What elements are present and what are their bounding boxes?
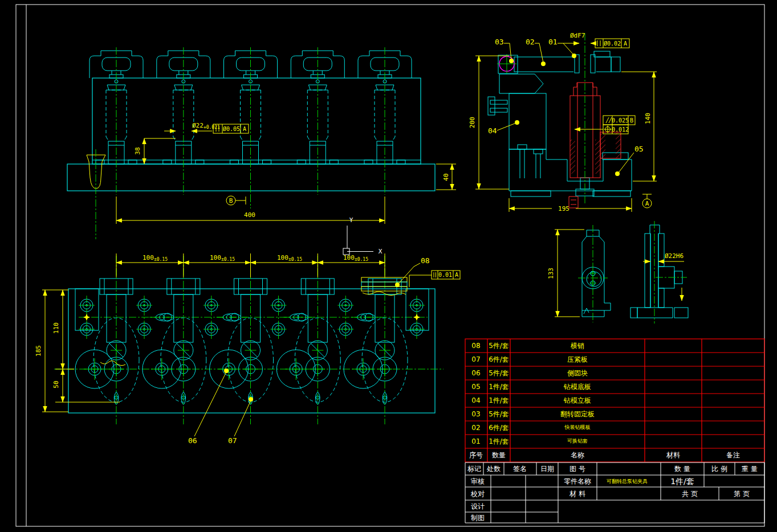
svg-text:6件/套: 6件/套 bbox=[489, 424, 509, 432]
dim-200: 200 bbox=[469, 56, 509, 189]
dim-50: 50 bbox=[52, 369, 120, 402]
bom-row: 051件/套钻模底板 bbox=[471, 383, 591, 391]
tower-unit bbox=[344, 256, 408, 424]
svg-text:04: 04 bbox=[488, 126, 497, 135]
dim-text: 38 bbox=[134, 147, 141, 154]
svg-text:02: 02 bbox=[526, 38, 535, 46]
wing-handle bbox=[284, 313, 315, 321]
clamp-unit bbox=[291, 47, 344, 195]
svg-text:比 例: 比 例 bbox=[711, 465, 727, 473]
svg-text:0.01: 0.01 bbox=[438, 272, 452, 278]
dim-40: 40 bbox=[436, 164, 456, 190]
svg-text:名称: 名称 bbox=[571, 451, 584, 459]
svg-text:5件/套: 5件/套 bbox=[489, 369, 509, 377]
svg-text:侧固块: 侧固块 bbox=[567, 369, 588, 377]
balloon-02: 02 bbox=[526, 38, 546, 66]
dim-text: 40 bbox=[442, 173, 450, 181]
svg-text:数 量: 数 量 bbox=[674, 465, 690, 473]
svg-text:1件/套: 1件/套 bbox=[489, 437, 509, 445]
gdt-parallelism-symbol bbox=[606, 117, 612, 123]
svg-text:140: 140 bbox=[644, 113, 652, 124]
svg-text:签名: 签名 bbox=[513, 465, 527, 473]
svg-text:08: 08 bbox=[421, 256, 430, 265]
gdt-datum: A bbox=[243, 126, 246, 132]
svg-text:07: 07 bbox=[471, 355, 480, 363]
svg-text:133: 133 bbox=[547, 268, 555, 279]
svg-text:材料: 材料 bbox=[666, 451, 680, 459]
svg-text:02: 02 bbox=[471, 424, 480, 432]
design-label: 设计 bbox=[471, 502, 485, 510]
cross-pin-08 bbox=[361, 263, 420, 296]
svg-text:审核: 审核 bbox=[471, 477, 485, 485]
cad-drawing-canvas[interactable]: 38 Ø22+0.021 Ø0.05 A 400 40 bbox=[0, 0, 777, 532]
detail-view-section: Ø22H6 bbox=[630, 221, 688, 324]
dim-boss-dia: Ø22+0.021 Ø0.05 A bbox=[164, 122, 249, 133]
svg-text:03: 03 bbox=[471, 410, 480, 418]
svg-text:1件/套: 1件/套 bbox=[489, 396, 509, 404]
svg-text:A: A bbox=[624, 40, 627, 47]
datum-b-balloon: B bbox=[226, 195, 251, 208]
clamp-unit bbox=[358, 47, 412, 195]
svg-text:5件/套: 5件/套 bbox=[489, 410, 509, 418]
wing-handle bbox=[351, 313, 381, 321]
svg-text:1件/套: 1件/套 bbox=[489, 383, 509, 391]
clamp-unit bbox=[90, 47, 143, 195]
svg-text:06: 06 bbox=[188, 436, 197, 445]
bom-row: 085件/套横销 bbox=[471, 342, 584, 350]
ucs-icon: Y X bbox=[343, 216, 383, 255]
svg-text:翻转固定板: 翻转固定板 bbox=[560, 410, 595, 418]
dim-195: 195 bbox=[509, 198, 632, 212]
gdt-tolerance: Ø0.05 bbox=[223, 126, 240, 132]
svg-text:06: 06 bbox=[471, 369, 480, 377]
bom-row: 065件/套侧固块 bbox=[471, 369, 588, 377]
svg-text:6件/套: 6件/套 bbox=[489, 355, 509, 363]
svg-text:0.012: 0.012 bbox=[612, 126, 629, 133]
svg-text:50: 50 bbox=[52, 380, 60, 388]
dim-text: ØdF7 bbox=[570, 32, 585, 39]
tower-unit bbox=[75, 256, 139, 424]
svg-text:05: 05 bbox=[634, 145, 644, 153]
draft-label: 制图 bbox=[471, 514, 485, 522]
svg-text:快装钻模板: 快装钻模板 bbox=[564, 424, 591, 430]
wing-handle bbox=[217, 313, 247, 321]
svg-text:日期: 日期 bbox=[540, 465, 554, 473]
svg-text:A: A bbox=[645, 200, 649, 207]
svg-text:195: 195 bbox=[558, 205, 569, 212]
svg-text:重 量: 重 量 bbox=[742, 465, 758, 473]
svg-text:B: B bbox=[630, 117, 633, 124]
ucs-y-label: Y bbox=[349, 216, 353, 224]
dim-185: 185 bbox=[35, 290, 68, 412]
svg-text:08: 08 bbox=[471, 342, 480, 350]
svg-text:Ø0.02: Ø0.02 bbox=[604, 40, 621, 47]
title-row-check: 校对 材 料 共 页 第 页 bbox=[470, 490, 750, 498]
svg-text:可换钻套: 可换钻套 bbox=[567, 438, 588, 444]
dim-22h6: Ø22H6 bbox=[643, 252, 684, 261]
plan-view: 08 0.01 A 100±0.15 100±0.15 100±0.15 100… bbox=[35, 253, 460, 445]
locating-pin bbox=[87, 149, 105, 239]
bom-row: 035件/套翻转固定板 bbox=[471, 410, 595, 418]
tower-unit bbox=[143, 256, 206, 424]
svg-text:零件名称: 零件名称 bbox=[564, 477, 591, 485]
title-row-labels: 标记 处数 签名 日期 图 号 数 量 比 例 重 量 bbox=[467, 465, 758, 473]
gdt-frame-pin: 0.01 A bbox=[409, 271, 460, 287]
gdt-perpendicularity-symbol bbox=[597, 40, 600, 46]
svg-text:200: 200 bbox=[469, 117, 476, 128]
dim-text: 100±0.15 bbox=[210, 254, 235, 262]
svg-text:110: 110 bbox=[52, 322, 60, 334]
balloon-08: 08 bbox=[421, 256, 430, 265]
svg-text:处数: 处数 bbox=[486, 465, 501, 473]
svg-text:03: 03 bbox=[495, 38, 504, 46]
svg-text:钻模底板: 钻模底板 bbox=[563, 383, 591, 391]
dim-133: 133 bbox=[547, 230, 584, 317]
svg-text:校对: 校对 bbox=[470, 490, 485, 498]
title-block: 标记 处数 签名 日期 图 号 数 量 比 例 重 量 审核 零件名称 可翻转总… bbox=[465, 463, 764, 523]
bolts bbox=[518, 145, 594, 196]
section-mark-star bbox=[83, 314, 90, 321]
dim-text: 100±0.15 bbox=[343, 254, 368, 262]
wing-handle bbox=[149, 313, 180, 321]
gdt-frame: Ø0.02 A bbox=[595, 39, 629, 48]
svg-text:01: 01 bbox=[548, 38, 558, 46]
detail-view-outline: 133 bbox=[547, 225, 611, 322]
clamp-unit bbox=[157, 47, 210, 195]
svg-text:图 号: 图 号 bbox=[569, 465, 585, 473]
